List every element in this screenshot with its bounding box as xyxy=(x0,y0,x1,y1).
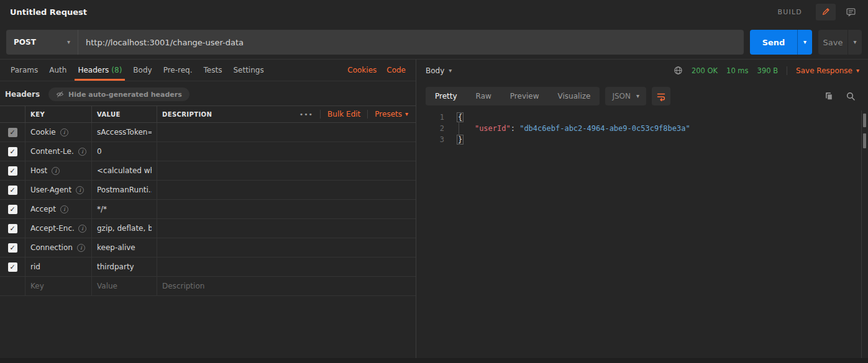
info-icon xyxy=(76,186,84,194)
column-header-value: VALUE xyxy=(97,111,121,118)
url-input[interactable] xyxy=(78,30,744,55)
save-response-dropdown[interactable]: Save Response xyxy=(796,66,859,75)
request-url-row: POST Send Save xyxy=(6,30,862,55)
open-brace: { xyxy=(457,112,464,122)
headers-table: KEY VALUE DESCRIPTION ••• Bulk Edit Pres… xyxy=(0,105,416,296)
table-row: Content-Le... 0 xyxy=(0,142,416,161)
divider xyxy=(320,110,321,119)
row-checkbox[interactable] xyxy=(8,224,17,233)
json-value: "db4c6ebf-abc2-4964-abe9-0c53c9f8be3a" xyxy=(519,124,690,133)
search-icon xyxy=(846,91,856,101)
send-button[interactable]: Send xyxy=(750,30,797,55)
wrap-text-icon xyxy=(656,91,666,101)
response-body-editor[interactable]: 1 { 2 "userId": "db4c6ebf-abc2-4964-abe9… xyxy=(417,112,868,145)
tab-headers[interactable]: Headers (8) xyxy=(72,60,127,81)
new-key-input[interactable]: Key xyxy=(25,277,92,295)
tabs-spacer xyxy=(270,60,343,81)
response-meta: 200 OK 10 ms 390 B Save Response xyxy=(674,66,859,75)
presets-dropdown[interactable]: Presets xyxy=(375,110,408,119)
line-number: 3 xyxy=(417,134,444,145)
chevron-down-icon xyxy=(405,111,408,117)
top-bar: Untitled Request BUILD xyxy=(0,0,868,24)
table-row: User-Agent PostmanRunti... xyxy=(0,181,416,200)
save-button[interactable]: Save xyxy=(818,30,847,55)
scrollbar-thumb[interactable] xyxy=(863,114,866,127)
chevron-down-icon xyxy=(856,68,859,74)
globe-icon[interactable] xyxy=(674,66,683,75)
edit-request-button[interactable] xyxy=(816,4,836,20)
code-link[interactable]: Code xyxy=(381,60,411,81)
line-number: 2 xyxy=(417,123,444,134)
tab-preview[interactable]: Preview xyxy=(501,87,549,105)
save-options-button[interactable] xyxy=(847,30,862,55)
row-checkbox[interactable] xyxy=(8,147,17,156)
new-description-input[interactable]: Description xyxy=(157,277,416,295)
tab-body[interactable]: Body xyxy=(127,60,157,81)
response-view-tabs: Pretty Raw Preview Visualize xyxy=(426,87,600,105)
column-header-key: KEY xyxy=(30,111,45,118)
tab-auth[interactable]: Auth xyxy=(43,60,72,81)
close-brace: } xyxy=(457,135,464,145)
request-title: Untitled Request xyxy=(10,7,87,17)
chevron-down-icon xyxy=(803,39,806,45)
row-checkbox[interactable] xyxy=(8,186,17,195)
row-checkbox[interactable] xyxy=(8,243,17,253)
divider xyxy=(367,110,368,119)
chevron-down-icon xyxy=(636,93,639,99)
eye-slash-icon xyxy=(56,91,64,98)
new-value-input[interactable]: Value xyxy=(92,277,157,295)
row-checkbox[interactable] xyxy=(8,262,17,272)
divider xyxy=(787,66,787,75)
bottom-status-strip xyxy=(0,358,868,363)
comment-button[interactable] xyxy=(841,4,861,20)
row-checkbox[interactable] xyxy=(8,205,17,214)
search-button[interactable] xyxy=(844,90,857,102)
response-time[interactable]: 10 ms xyxy=(726,66,748,75)
method-label: POST xyxy=(14,38,36,47)
toggle-label: Hide auto-generated headers xyxy=(68,91,182,99)
send-options-button[interactable] xyxy=(797,30,812,55)
send-button-group: Send xyxy=(750,30,812,55)
table-row: Accept-Enc... gzip, deflate, br xyxy=(0,219,416,238)
scrollbar-track[interactable] xyxy=(861,110,862,358)
cookies-link[interactable]: Cookies xyxy=(342,60,381,81)
table-header-row: KEY VALUE DESCRIPTION ••• Bulk Edit Pres… xyxy=(0,106,416,123)
tab-params[interactable]: Params xyxy=(5,60,43,81)
method-dropdown[interactable]: POST xyxy=(6,30,78,55)
table-row: Host <calculated wh... xyxy=(0,161,416,181)
column-header-description: DESCRIPTION xyxy=(162,111,212,118)
save-button-group: Save xyxy=(818,30,862,55)
response-body-dropdown[interactable]: Body xyxy=(426,66,452,75)
table-row: Accept */* xyxy=(0,200,416,219)
more-options-button[interactable]: ••• xyxy=(299,110,313,119)
pencil-icon xyxy=(821,7,831,17)
status-badge[interactable]: 200 OK xyxy=(692,66,718,75)
tab-raw[interactable]: Raw xyxy=(467,87,501,105)
copy-button[interactable] xyxy=(823,90,835,102)
chevron-down-icon xyxy=(449,68,452,74)
info-icon xyxy=(60,128,68,137)
format-dropdown[interactable]: JSON xyxy=(605,87,646,105)
response-toolbar: Pretty Raw Preview Visualize JSON xyxy=(417,87,868,105)
row-checkbox[interactable] xyxy=(8,166,17,176)
info-icon xyxy=(52,167,60,175)
headers-section-title: Headers xyxy=(5,90,40,99)
response-header-row: Body 200 OK 10 ms 390 B Save Response xyxy=(417,60,868,81)
tab-pretty[interactable]: Pretty xyxy=(426,87,467,105)
bulk-edit-button[interactable]: Bulk Edit xyxy=(327,110,360,119)
row-checkbox[interactable] xyxy=(8,128,17,137)
code-line: 3 } xyxy=(417,134,868,145)
new-header-row: Key Value Description xyxy=(0,277,416,296)
json-separator: : xyxy=(511,124,519,133)
tab-settings[interactable]: Settings xyxy=(227,60,269,81)
wrap-lines-button[interactable] xyxy=(652,87,670,105)
tab-visualize[interactable]: Visualize xyxy=(549,87,600,105)
response-size[interactable]: 390 B xyxy=(757,66,779,75)
scrollbar-thumb[interactable] xyxy=(863,133,866,148)
tab-pre-request[interactable]: Pre-req. xyxy=(158,60,198,81)
tab-tests[interactable]: Tests xyxy=(198,60,228,81)
json-key: "userId" xyxy=(475,124,511,133)
url-container: POST xyxy=(6,30,744,55)
info-icon xyxy=(78,148,86,156)
hide-autogenerated-toggle[interactable]: Hide auto-generated headers xyxy=(48,87,190,101)
